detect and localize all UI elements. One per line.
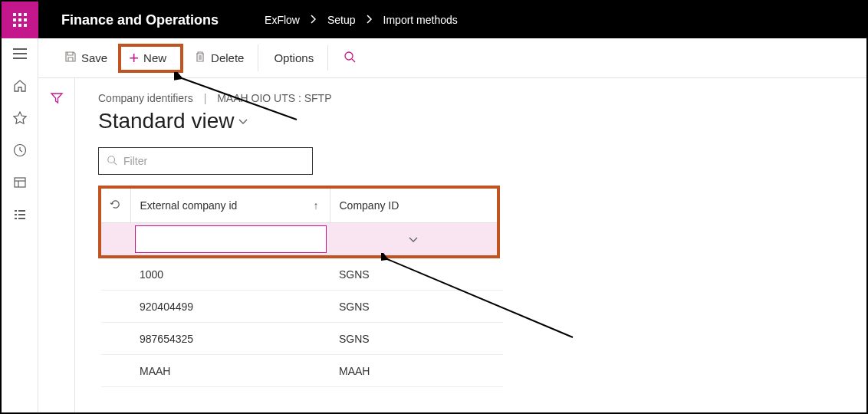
search-icon: [107, 155, 117, 168]
left-rail: [2, 38, 38, 412]
app-title: Finance and Operations: [38, 12, 242, 28]
new-label: New: [143, 51, 166, 64]
chevron-down-icon: [409, 233, 418, 245]
waffle-icon: [13, 13, 27, 27]
table-row[interactable]: 1000 SGNS: [101, 258, 503, 291]
svg-rect-6: [15, 214, 17, 215]
svg-rect-9: [18, 218, 25, 219]
breadcrumb: ExFlow Setup Import methods: [242, 14, 458, 26]
chevron-down-icon: [238, 115, 248, 127]
column-header-external-id[interactable]: External company id ↑: [130, 189, 330, 222]
favorites-button[interactable]: [12, 110, 28, 126]
subtitle-right: MAAH OIO UTS : SFTP: [217, 92, 331, 104]
svg-point-10: [345, 52, 353, 60]
trash-icon: [194, 51, 206, 65]
column-header-label: Company ID: [340, 199, 399, 212]
star-icon: [13, 111, 27, 125]
sort-ascending-icon: ↑: [314, 199, 319, 212]
hamburger-icon: [13, 48, 27, 59]
recent-button[interactable]: [12, 143, 28, 158]
table-body: 1000 SGNS 920404499 SGNS 987654325 SGNS …: [101, 258, 503, 387]
refresh-column-button[interactable]: [101, 189, 130, 222]
top-header: Finance and Operations ExFlow Setup Impo…: [2, 2, 866, 38]
app-launcher-button[interactable]: [2, 2, 38, 38]
refresh-icon: [110, 199, 121, 210]
chevron-right-icon: [311, 14, 317, 26]
svg-rect-5: [18, 210, 25, 212]
funnel-icon: [50, 91, 64, 105]
svg-line-11: [352, 59, 355, 62]
company-id-dropdown[interactable]: [330, 225, 497, 253]
home-button[interactable]: [12, 78, 28, 94]
table-row[interactable]: MAAH MAAH: [101, 355, 503, 387]
cell-external-id: 987654325: [130, 333, 330, 345]
cell-company-id: SGNS: [330, 268, 503, 281]
cell-company-id: SGNS: [330, 333, 503, 345]
list-icon: [13, 208, 27, 222]
workspaces-button[interactable]: [12, 175, 28, 190]
cell-external-id: 1000: [130, 268, 330, 281]
delete-button[interactable]: Delete: [183, 44, 258, 71]
workspace-icon: [13, 176, 27, 189]
page-subtitle: Company identifiers | MAAH OIO UTS : SFT…: [98, 92, 866, 104]
breadcrumb-item[interactable]: Setup: [327, 14, 356, 26]
breadcrumb-item[interactable]: ExFlow: [265, 14, 300, 26]
plus-icon: +: [129, 50, 139, 67]
view-selector[interactable]: Standard view: [98, 109, 866, 133]
content: Company identifiers | MAAH OIO UTS : SFT…: [38, 78, 866, 412]
external-id-input[interactable]: [135, 225, 327, 253]
svg-point-12: [108, 156, 115, 163]
cell-company-id: MAAH: [330, 365, 503, 377]
table-row[interactable]: 920404499 SGNS: [101, 291, 503, 323]
action-bar: Save + New Delete Options: [38, 38, 866, 78]
clock-icon: [13, 143, 27, 157]
chevron-right-icon: [367, 14, 373, 26]
svg-rect-4: [15, 210, 17, 212]
search-button[interactable]: [333, 44, 367, 71]
column-header-label: External company id: [140, 199, 238, 212]
new-button[interactable]: + New: [118, 44, 183, 73]
cell-company-id: SGNS: [330, 301, 503, 313]
filter-box[interactable]: [98, 147, 313, 175]
filter-input[interactable]: [123, 155, 304, 167]
save-label: Save: [81, 51, 107, 64]
delete-label: Delete: [211, 51, 244, 64]
save-button[interactable]: Save: [54, 44, 118, 71]
table-header-row: External company id ↑ Company ID: [101, 189, 497, 222]
svg-line-13: [114, 162, 117, 165]
subtitle-left: Company identifiers: [98, 92, 193, 104]
column-header-company-id[interactable]: Company ID: [330, 189, 497, 222]
svg-rect-7: [18, 214, 25, 215]
subtitle-sep: |: [204, 92, 207, 104]
view-title-label: Standard view: [98, 109, 234, 133]
cell-external-id: 920404499: [130, 301, 330, 313]
main: Company identifiers | MAAH OIO UTS : SFT…: [75, 78, 866, 412]
search-icon: [344, 51, 356, 65]
table-header-highlight: External company id ↑ Company ID: [98, 186, 500, 258]
svg-rect-8: [15, 218, 17, 219]
options-label: Options: [274, 51, 314, 64]
home-icon: [13, 79, 27, 93]
svg-rect-1: [15, 178, 25, 187]
hamburger-button[interactable]: [12, 46, 28, 61]
save-icon: [64, 51, 77, 65]
modules-button[interactable]: [12, 207, 28, 222]
cell-external-id: MAAH: [130, 365, 330, 377]
table-row[interactable]: 987654325 SGNS: [101, 323, 503, 355]
options-button[interactable]: Options: [263, 45, 328, 71]
breadcrumb-item[interactable]: Import methods: [383, 14, 458, 26]
new-record-row: [101, 222, 497, 255]
filter-button[interactable]: [49, 90, 64, 106]
filter-rail: [38, 78, 75, 412]
